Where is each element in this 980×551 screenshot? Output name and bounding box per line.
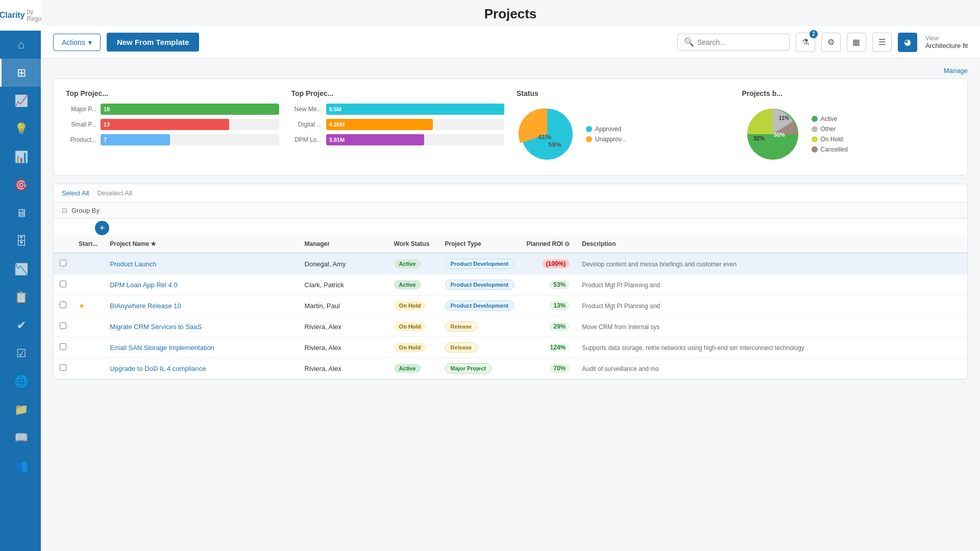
col-planned-roi: Planned ROI ⊙ [521,235,576,253]
budget-bar-fill-3: 3.81M [326,134,424,145]
work-status-badge: Active [394,364,421,373]
search-box[interactable]: 🔍 [677,34,790,51]
search-icon: 🔍 [684,37,694,47]
row-checkbox[interactable] [60,322,66,329]
legend-other: Other [812,126,848,133]
search-input[interactable] [697,38,783,46]
top-projects-budget-title: Top Projec... [291,89,505,97]
monitor-icon: 🖥 [16,207,27,220]
row-description-cell: Supports data storage, retrie networks u… [576,337,967,358]
table-row: ★ BIAnywhere Release 10 Martin, Paul On … [54,295,967,316]
sidebar-item-monitor[interactable]: 🖥 [0,199,41,227]
star-icon[interactable]: ★ [79,302,85,310]
tasks-icon: ☑ [16,347,27,360]
manage-link[interactable]: Manage [53,67,968,74]
filter-button[interactable]: ⚗ 2 [796,33,815,52]
sidebar-item-reports[interactable]: 📊 [0,143,41,171]
project-name-link[interactable]: DPM Loan App Rel 4.0 [110,281,177,289]
brand-subtitle: by Rego [27,8,42,22]
add-row-button[interactable]: + [95,221,109,235]
sidebar-item-tasks[interactable]: ☑ [0,339,41,367]
sidebar-item-people[interactable]: 👥 [0,452,41,480]
planned-roi-badge: 53% [549,280,570,289]
row-description-cell: Develop content and messa briefings and … [576,253,967,274]
row-roi-cell: 29% [521,316,576,337]
row-description-cell: Product Mgt PI Planning and [576,274,967,295]
row-work-status-cell: On Hold [388,316,439,337]
budget-bar-label-2: Digital ... [291,121,322,128]
row-project-name-cell: Upgrade to DoD IL 4 compliance [104,358,298,379]
row-star-cell[interactable]: ★ [72,274,104,295]
row-manager-cell: Martin, Paul [299,295,388,316]
new-from-template-button[interactable]: New From Template [107,33,199,52]
sidebar-item-book[interactable]: 📖 [0,423,41,452]
list-view-button[interactable]: ☰ [872,33,892,52]
sidebar-item-home[interactable]: ⌂ [0,31,41,59]
project-name-link[interactable]: Upgrade to DoD IL 4 compliance [110,365,206,372]
select-all-link[interactable]: Select All [62,189,89,197]
row-project-name-cell: Email SAN Storage Implementation [104,337,298,358]
projects-table: Starr... Project Name ★ Manager Work Sta… [54,235,967,379]
active-dot [812,116,818,122]
work-status-badge: Active [394,280,421,289]
pie-view-button[interactable]: ◕ [898,33,917,52]
col-description: Description [576,235,967,253]
page-title-bar: Projects [41,0,980,26]
row-project-type-cell: Release [439,316,521,337]
pie-icon: ◕ [904,37,911,47]
budget-bar-container-1: 9.5M [326,104,505,115]
row-project-type-cell: Product Development [439,295,521,316]
row-project-name-cell: BIAnywhere Release 10 [104,295,298,316]
tile-view-button[interactable]: ▦ [847,33,866,52]
table-header-row: Starr... Project Name ★ Manager Work Sta… [54,235,967,253]
row-star-cell[interactable]: ★ [72,337,104,358]
row-checkbox[interactable] [60,302,66,308]
project-name-link[interactable]: Product Launch [110,260,156,268]
brand-name: Clarity [0,11,25,20]
row-star-cell[interactable]: ★ [72,253,104,274]
top-projects-count-chart: Top Projec... Major P... 18 Small P... [66,89,279,165]
settings-button[interactable]: ⚙ [821,33,841,52]
sidebar-item-check[interactable]: ✔ [0,311,41,339]
clipboard-icon: 📋 [14,291,28,304]
status-pie-area: 41% 59% Approved Unapprov... [517,104,730,165]
row-description-cell: Product Mgt PI Planning and [576,295,967,316]
row-star-cell[interactable]: ★ [72,358,104,379]
chart-icon: 📈 [14,94,28,108]
trending-icon: 📉 [14,263,28,276]
row-manager-cell: Riviera, Alex [299,337,388,358]
row-checkbox[interactable] [60,260,66,266]
legend-active: Active [812,115,848,122]
row-checkbox[interactable] [60,343,66,350]
row-checkbox[interactable] [60,281,66,287]
deselect-all-link[interactable]: Deselect All [97,189,132,197]
manager-name: Riviera, Alex [305,323,341,331]
project-name-link[interactable]: Email SAN Storage Implementation [110,344,214,352]
project-name-link[interactable]: Migrate CRM Services to SaaS [110,323,202,331]
sidebar-item-clipboard[interactable]: 📋 [0,283,41,311]
work-status-badge: Active [394,259,421,268]
sidebar-item-database[interactable]: 🗄 [0,227,41,255]
description-text: Audit of surveillance and mo [582,365,659,372]
planned-roi-badge: 124% [546,343,570,352]
sidebar-item-template[interactable]: 📁 [0,395,41,423]
row-checkbox[interactable] [60,364,66,371]
row-star-cell[interactable]: ★ [72,295,104,316]
sidebar-item-org[interactable]: 🌐 [0,367,41,395]
sidebar-item-grid[interactable]: ⊞ [0,59,41,87]
sidebar-item-goals[interactable]: 🎯 [0,171,41,199]
sidebar: Clarity by Rego ⌂ ⊞ 📈 💡 📊 🎯 🖥 🗄 📉 📋 ✔ ☑ … [0,0,41,551]
actions-button[interactable]: Actions ▾ [53,34,101,51]
col-project-name: Project Name ★ [104,235,298,253]
charts-row: Top Projec... Major P... 18 Small P... [53,79,968,176]
table-row: ★ Migrate CRM Services to SaaS Riviera, … [54,316,967,337]
row-star-cell[interactable]: ★ [72,316,104,337]
row-work-status-cell: On Hold [388,337,439,358]
main-content: Projects Actions ▾ New From Template 🔍 ⚗… [41,0,980,551]
sidebar-item-trending[interactable]: 📉 [0,255,41,283]
svg-text:11%: 11% [779,115,789,121]
bar-container-3: 7 [101,134,279,145]
sidebar-item-ideas[interactable]: 💡 [0,115,41,143]
project-name-link[interactable]: BIAnywhere Release 10 [110,302,181,310]
sidebar-item-chart[interactable]: 📈 [0,87,41,115]
